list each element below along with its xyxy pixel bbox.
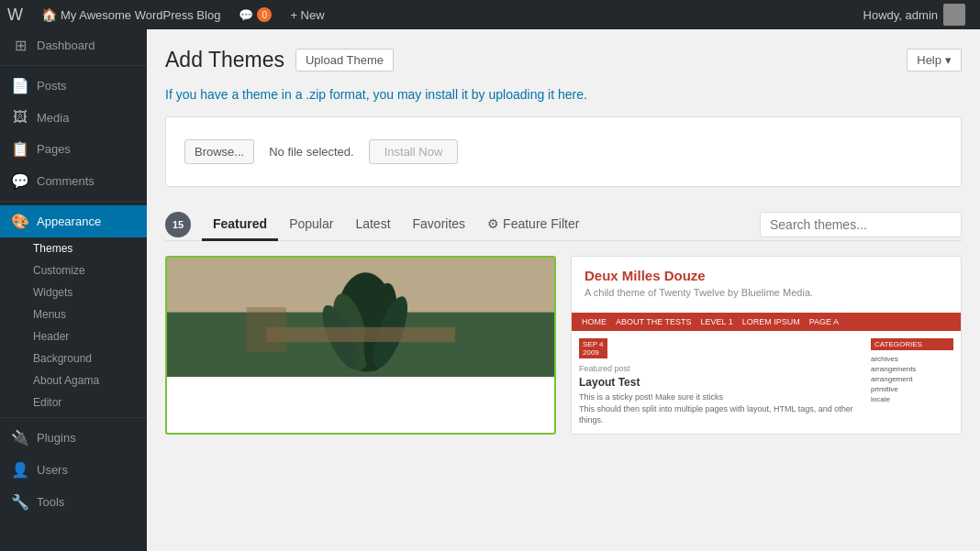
admin-menu: ⊞ Dashboard 📄 Posts 🖼 Media 📋 Pages 💬 Co… — [0, 29, 147, 551]
deux-post-subtext: This should then split into multiple pag… — [579, 403, 863, 426]
comments-item[interactable]: 💬 0 — [231, 0, 279, 29]
sidebar-item-about-agama[interactable]: About Agama — [0, 369, 147, 391]
deux-featured-label: Featured post — [579, 364, 863, 373]
deux-milles-douze-card[interactable]: Deux Milles Douze A child theme of Twent… — [571, 256, 962, 435]
tools-icon: 🔧 — [11, 493, 29, 511]
howdy-text: Howdy, admin — [863, 8, 938, 22]
search-themes-input[interactable] — [760, 212, 962, 237]
deux-milles-body: SEP 42009 Featured post Layout Test This… — [572, 331, 961, 434]
howdy-item[interactable]: Howdy, admin — [856, 4, 973, 26]
tab-favorites[interactable]: Favorites — [402, 209, 477, 241]
help-label: Help — [917, 53, 941, 67]
sidebar-item-background[interactable]: Background — [0, 347, 147, 369]
deux-cat-item-3: arrangement — [871, 374, 953, 384]
menu-separator — [0, 65, 147, 66]
sidebar-item-customize[interactable]: Customize — [0, 259, 147, 281]
tab-latest[interactable]: Latest — [344, 209, 401, 241]
deux-milles-title: Deux Milles Douze — [585, 268, 948, 283]
posts-icon: 📄 — [11, 77, 29, 94]
sidebar-label-users: Users — [37, 463, 68, 477]
installed-theme-card[interactable]: ✓ Installed — [165, 256, 556, 435]
deux-cat-item-5: locale — [871, 394, 953, 404]
admin-bar: W 🏠 My Awesome WordPress Blog 💬 0 + New … — [0, 0, 980, 29]
page-header: Add Themes Upload Theme Help ▾ — [165, 48, 962, 72]
new-label: + New — [290, 8, 324, 22]
deux-cat-item-1: archives — [871, 354, 953, 364]
browse-button[interactable]: Browse... — [184, 139, 254, 164]
nav-home: HOME — [577, 315, 611, 328]
sidebar-item-plugins[interactable]: 🔌 Plugins — [0, 422, 147, 454]
page-title: Add Themes — [165, 48, 284, 72]
themes-grid: ✓ Installed — [165, 256, 962, 435]
svg-rect-8 — [247, 307, 286, 352]
nav-page: PAGE A — [805, 315, 843, 328]
feature-filter-label: Feature Filter — [503, 216, 579, 231]
sidebar-item-menus[interactable]: Menus — [0, 303, 147, 325]
wp-logo-icon[interactable]: W — [7, 6, 23, 25]
upload-theme-button[interactable]: Upload Theme — [295, 49, 394, 72]
sidebar-label-appearance: Appearance — [37, 215, 101, 228]
deux-right-column: CATEGORIES archives arrangements arrange… — [871, 338, 953, 426]
sidebar-item-header[interactable]: Header — [0, 325, 147, 347]
sidebar-item-widgets[interactable]: Widgets — [0, 281, 147, 303]
help-button[interactable]: Help ▾ — [907, 49, 962, 72]
sidebar-item-themes[interactable]: Themes — [0, 237, 147, 259]
pages-icon: 📋 — [11, 140, 29, 158]
nav-lorem: LOREM IPSUM — [738, 315, 805, 328]
sidebar-label-pages: Pages — [37, 142, 71, 156]
sidebar-label-dashboard: Dashboard — [37, 39, 95, 52]
deux-milles-nav: HOME ABOUT THE TESTS LEVEL 1 LOREM IPSUM… — [572, 313, 961, 331]
upload-box: Browse... No file selected. Install Now — [165, 116, 962, 187]
sidebar-item-comments[interactable]: 💬 Comments — [0, 165, 147, 197]
theme-preview-image — [167, 258, 554, 377]
site-name-item[interactable]: 🏠 My Awesome WordPress Blog — [34, 0, 228, 29]
menu-separator-2 — [0, 201, 147, 202]
dashboard-icon: ⊞ — [11, 37, 29, 54]
deux-cat-item-2: arrangements — [871, 364, 953, 374]
sidebar-item-users[interactable]: 👤 Users — [0, 454, 147, 486]
sidebar-item-dashboard[interactable]: ⊞ Dashboard — [0, 29, 147, 61]
deux-date-box: SEP 42009 — [579, 338, 607, 358]
menu-separator-3 — [0, 417, 147, 418]
gear-icon: ⚙ — [487, 216, 499, 231]
zip-info-text: If you have a theme in a .zip format, yo… — [165, 87, 962, 102]
themes-filter-bar: 15 Featured Popular Latest Favorites ⚙ F… — [165, 209, 962, 241]
sidebar-item-tools[interactable]: 🔧 Tools — [0, 486, 147, 518]
deux-left-column: SEP 42009 Featured post Layout Test This… — [579, 338, 863, 426]
site-icon: 🏠 — [41, 7, 57, 22]
tab-featured[interactable]: Featured — [202, 209, 278, 241]
nav-level1: LEVEL 1 — [696, 315, 738, 328]
deux-milles-subtitle: A child theme of Twenty Twelve by Blueli… — [585, 287, 948, 298]
main-content: Add Themes Upload Theme Help ▾ If you ha… — [147, 29, 980, 551]
sidebar-item-media[interactable]: 🖼 Media — [0, 102, 147, 133]
install-now-button[interactable]: Install Now — [369, 139, 459, 164]
sidebar-label-posts: Posts — [37, 79, 67, 93]
comment-icon: 💬 — [239, 8, 253, 22]
deux-post-title: Layout Test — [579, 376, 863, 389]
sidebar-item-posts[interactable]: 📄 Posts — [0, 70, 147, 102]
deux-categories-label: CATEGORIES — [871, 338, 953, 350]
deux-cat-item-4: primitive — [871, 384, 953, 394]
plugins-icon: 🔌 — [11, 429, 29, 446]
comments-count: 0 — [257, 7, 272, 22]
theme-count-badge: 15 — [165, 212, 191, 237]
tab-popular[interactable]: Popular — [278, 209, 344, 241]
avatar — [943, 4, 965, 26]
svg-rect-7 — [266, 327, 455, 342]
deux-milles-header: Deux Milles Douze A child theme of Twent… — [572, 257, 961, 313]
feature-filter-button[interactable]: ⚙ Feature Filter — [476, 209, 590, 241]
sidebar-label-tools: Tools — [37, 495, 64, 509]
deux-post-text: This is a sticky post! Make sure it stic… — [579, 391, 863, 403]
sidebar-label-media: Media — [37, 111, 69, 125]
media-icon: 🖼 — [11, 109, 29, 126]
sidebar-label-plugins: Plugins — [37, 431, 76, 445]
sidebar-item-pages[interactable]: 📋 Pages — [0, 133, 147, 165]
appearance-icon: 🎨 — [11, 213, 29, 230]
nav-about: ABOUT THE TESTS — [611, 315, 696, 328]
sidebar-item-editor[interactable]: Editor — [0, 391, 147, 413]
no-file-text: No file selected. — [269, 145, 354, 159]
comments-menu-icon: 💬 — [11, 172, 29, 190]
sidebar-item-appearance[interactable]: 🎨 Appearance — [0, 205, 147, 237]
chevron-down-icon: ▾ — [945, 53, 952, 67]
new-item[interactable]: + New — [283, 0, 331, 29]
